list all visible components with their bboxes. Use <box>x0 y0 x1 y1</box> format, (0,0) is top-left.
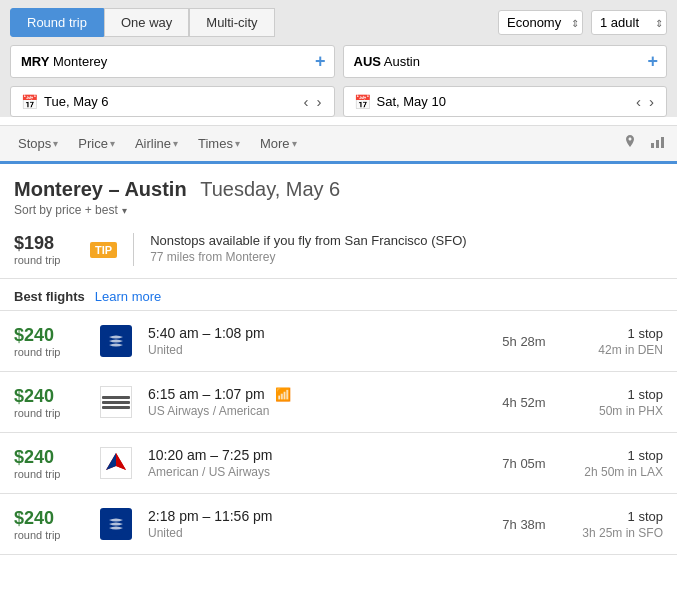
tip-divider <box>133 233 134 266</box>
flight-stops: 1 stop 50m in PHX <box>573 387 663 418</box>
search-header: Round trip One way Multi-city Economy Bu… <box>0 0 677 117</box>
filter-bar: Stops ▾ Price ▾ Airline ▾ Times ▾ More ▾ <box>0 125 677 164</box>
sort-label: Sort by price + best <box>14 203 118 217</box>
more-arrow-icon: ▾ <box>292 138 297 149</box>
usairways-logo <box>100 386 132 418</box>
round-trip-button[interactable]: Round trip <box>10 8 104 37</box>
return-date-text: Sat, May 10 <box>377 94 446 109</box>
flight-price-amount: $240 <box>14 508 84 529</box>
flight-price-amount: $240 <box>14 447 84 468</box>
tip-sub-text: 77 miles from Monterey <box>150 250 663 264</box>
flight-times: 2:18 pm – 11:56 pm <box>148 508 475 524</box>
flight-price-label: round trip <box>14 529 84 541</box>
airline-logo <box>98 384 134 420</box>
results-area: Monterey – Austin Tuesday, May 6 Sort by… <box>0 164 677 555</box>
tip-price-amount: $198 <box>14 233 74 254</box>
results-title: Monterey – Austin Tuesday, May 6 <box>14 178 663 201</box>
price-filter-button[interactable]: Price ▾ <box>70 132 123 155</box>
flight-details: 6:15 am – 1:07 pm 📶 US Airways / America… <box>148 386 475 418</box>
usairways-line <box>102 401 130 404</box>
times-filter-button[interactable]: Times ▾ <box>190 132 248 155</box>
best-flights-label: Best flights <box>14 289 85 304</box>
tip-price: $198 round trip <box>14 233 74 266</box>
depart-calendar-icon: 📅 <box>21 94 38 110</box>
flight-price-label: round trip <box>14 346 84 358</box>
airline-filter-button[interactable]: Airline ▾ <box>127 132 186 155</box>
one-way-button[interactable]: One way <box>104 8 189 37</box>
flight-times: 6:15 am – 1:07 pm 📶 <box>148 386 475 402</box>
flight-row[interactable]: $240 round trip 10:20 am – 7:25 pm Ameri… <box>0 433 677 494</box>
stops-label: 1 stop <box>573 326 663 341</box>
trip-type-bar: Round trip One way Multi-city Economy Bu… <box>10 8 667 37</box>
stops-label: 1 stop <box>573 448 663 463</box>
learn-more-link[interactable]: Learn more <box>95 289 161 304</box>
depart-prev-button[interactable]: ‹ <box>302 93 311 110</box>
usairways-line <box>102 396 130 399</box>
flight-price: $240 round trip <box>14 508 84 541</box>
return-prev-button[interactable]: ‹ <box>634 93 643 110</box>
results-header: Monterey – Austin Tuesday, May 6 Sort by… <box>0 164 677 221</box>
flight-times: 5:40 am – 1:08 pm <box>148 325 475 341</box>
filter-bar-icons <box>621 133 667 155</box>
flight-price-amount: $240 <box>14 386 84 407</box>
flight-duration: 5h 28m <box>489 334 559 349</box>
return-calendar-icon: 📅 <box>354 94 371 110</box>
stops-label: 1 stop <box>573 387 663 402</box>
chart-icon-button[interactable] <box>649 133 667 155</box>
layover: 2h 50m in LAX <box>573 465 663 479</box>
passengers-select[interactable]: 1 adult 2 adults <box>591 10 667 35</box>
airline-arrow-icon: ▾ <box>173 138 178 149</box>
multi-city-button[interactable]: Multi-city <box>189 8 274 37</box>
depart-date-text: Tue, May 6 <box>44 94 109 109</box>
sort-row: Sort by price + best ▾ <box>14 203 663 217</box>
flight-stops: 1 stop 42m in DEN <box>573 326 663 357</box>
airline-logo <box>98 506 134 542</box>
return-date-nav: ‹ › <box>634 93 656 110</box>
flight-details: 2:18 pm – 11:56 pm United <box>148 508 475 540</box>
tip-banner: $198 round trip TIP Nonstops available i… <box>0 221 677 279</box>
flight-price-label: round trip <box>14 468 84 480</box>
price-arrow-icon: ▾ <box>110 138 115 149</box>
return-date-input[interactable]: 📅 Sat, May 10 ‹ › <box>343 86 668 117</box>
dates-row: 📅 Tue, May 6 ‹ › 📅 Sat, May 10 ‹ › <box>10 86 667 117</box>
flight-airline: American / US Airways <box>148 465 475 479</box>
depart-date-input[interactable]: 📅 Tue, May 6 ‹ › <box>10 86 335 117</box>
passengers-wrapper: 1 adult 2 adults <box>591 10 667 35</box>
depart-date-nav: ‹ › <box>302 93 324 110</box>
cabin-class-select[interactable]: Economy Business First <box>498 10 583 35</box>
flight-price: $240 round trip <box>14 386 84 419</box>
flight-price-amount: $240 <box>14 325 84 346</box>
tip-badge: TIP <box>90 242 117 258</box>
svg-rect-1 <box>656 140 659 148</box>
origin-input[interactable]: MRY Monterey + <box>10 45 335 78</box>
flight-row[interactable]: $240 round trip 5:40 am – 1:08 pm United… <box>0 311 677 372</box>
stops-filter-button[interactable]: Stops ▾ <box>10 132 66 155</box>
united-logo <box>100 508 132 540</box>
united-logo <box>100 325 132 357</box>
dest-input[interactable]: AUS Austin + <box>343 45 668 78</box>
svg-rect-0 <box>651 143 654 148</box>
sort-arrow-icon: ▾ <box>122 205 127 216</box>
more-filter-button[interactable]: More ▾ <box>252 132 305 155</box>
stops-label: 1 stop <box>573 509 663 524</box>
cabin-class-wrapper: Economy Business First <box>498 10 583 35</box>
route-text: Monterey – Austin <box>14 178 187 200</box>
location-icon-button[interactable] <box>621 133 639 155</box>
flight-times: 10:20 am – 7:25 pm <box>148 447 475 463</box>
best-flights-header: Best flights Learn more <box>0 279 677 311</box>
wifi-icon: 📶 <box>275 387 291 402</box>
airline-logo <box>98 445 134 481</box>
flight-duration: 7h 38m <box>489 517 559 532</box>
flight-row[interactable]: $240 round trip 2:18 pm – 11:56 pm Unite… <box>0 494 677 555</box>
results-date: Tuesday, May 6 <box>200 178 340 200</box>
dest-plus-button[interactable]: + <box>647 51 658 72</box>
origin-plus-button[interactable]: + <box>315 51 326 72</box>
flight-row[interactable]: $240 round trip 6:15 am – 1:07 pm 📶 US A… <box>0 372 677 433</box>
flight-duration: 7h 05m <box>489 456 559 471</box>
flight-stops: 1 stop 2h 50m in LAX <box>573 448 663 479</box>
dest-text: AUS Austin <box>354 54 421 69</box>
flight-airline: United <box>148 343 475 357</box>
return-next-button[interactable]: › <box>647 93 656 110</box>
depart-next-button[interactable]: › <box>315 93 324 110</box>
flight-price: $240 round trip <box>14 325 84 358</box>
